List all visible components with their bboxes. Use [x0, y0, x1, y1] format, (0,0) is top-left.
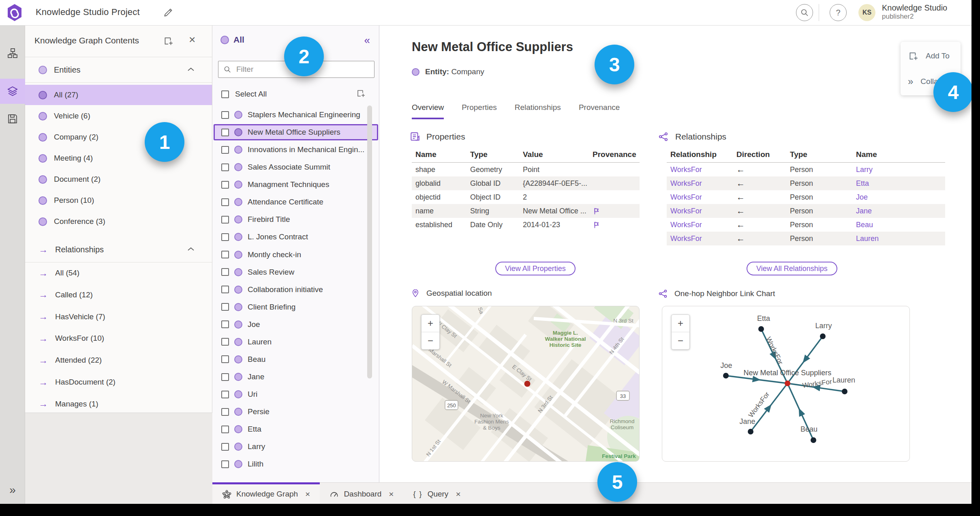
item-checkbox[interactable]	[221, 408, 229, 416]
list-item[interactable]: Uri	[214, 386, 378, 402]
entities-section-header[interactable]: Entities	[25, 58, 212, 83]
tab-properties[interactable]: Properties	[462, 103, 497, 119]
item-checkbox[interactable]	[221, 443, 229, 451]
list-item[interactable]: Beau	[214, 351, 378, 368]
list-item[interactable]: Joe	[214, 316, 378, 333]
map-point-marker[interactable]	[524, 381, 531, 387]
relationship-link[interactable]: WorksFor	[667, 207, 733, 215]
tab-relationships[interactable]: Relationships	[515, 103, 561, 119]
data-model-rail-button[interactable]	[0, 41, 25, 66]
list-item[interactable]: L. Jones Contract	[214, 229, 378, 245]
sidebar-item-all[interactable]: →All (54)	[25, 263, 212, 283]
list-item[interactable]: Montly check-in	[214, 247, 378, 263]
relationship-link[interactable]: WorksFor	[667, 166, 733, 174]
chart-node[interactable]	[748, 429, 753, 434]
sidebar-item-conference[interactable]: Conference (3)	[25, 211, 212, 232]
edit-title-icon[interactable]	[163, 7, 173, 18]
list-item[interactable]: Staplers Mechanical Engineering	[214, 107, 378, 123]
user-info[interactable]: Knowledge Studio publisher2	[882, 3, 947, 21]
item-checkbox[interactable]	[221, 163, 229, 171]
app-logo-icon[interactable]	[6, 4, 23, 22]
expand-rail-button[interactable]: »	[0, 484, 25, 497]
sidebar-item-hasdocument[interactable]: →HasDocument (2)	[25, 372, 212, 392]
list-scrollbar[interactable]	[367, 105, 372, 378]
tab-overview[interactable]: Overview	[412, 103, 444, 119]
close-panel-icon[interactable]: ×	[189, 33, 195, 46]
related-entity-link[interactable]: Jane	[852, 207, 945, 215]
item-checkbox[interactable]	[221, 373, 229, 381]
item-checkbox[interactable]	[221, 338, 229, 346]
sidebar-item-worksfor[interactable]: →WorksFor (10)	[25, 328, 212, 348]
link-chart[interactable]: EttaLarryJoeLaurenJaneBeauNew Metal Offi…	[662, 306, 910, 462]
related-entity-link[interactable]: Etta	[852, 179, 945, 188]
chart-center-node[interactable]	[785, 381, 790, 386]
bottom-tab-dashboard[interactable]: Dashboard×	[320, 482, 403, 504]
map-zoom-control[interactable]: + −	[421, 314, 440, 350]
select-all-row[interactable]: Select All	[221, 86, 371, 102]
list-item[interactable]: Etta	[214, 421, 378, 437]
item-checkbox[interactable]	[221, 426, 229, 433]
zoom-in-button[interactable]: +	[672, 315, 689, 332]
chart-node[interactable]	[723, 373, 729, 378]
list-item[interactable]: Attendance Certificate	[214, 194, 378, 210]
link-chart-canvas[interactable]: EttaLarryJoeLaurenJaneBeauNew Metal Offi…	[662, 306, 910, 462]
list-item[interactable]: Innovations in Mechanical Engin...	[214, 142, 378, 158]
list-item[interactable]: New Metal Office Suppliers	[214, 124, 378, 140]
bottom-tab-knowledge-graph[interactable]: Knowledge Graph×	[212, 482, 320, 504]
zoom-in-button[interactable]: +	[422, 315, 439, 332]
view-all-properties-button[interactable]: View All Properties	[495, 262, 576, 275]
item-checkbox[interactable]	[221, 251, 229, 258]
add-to-map-button[interactable]	[356, 88, 366, 98]
add-to-map-button[interactable]	[163, 36, 173, 46]
sidebar-item-manages[interactable]: →Manages (1)	[25, 394, 212, 414]
provenance-flag-icon[interactable]	[593, 221, 601, 229]
relationship-link[interactable]: WorksFor	[667, 179, 733, 188]
search-button[interactable]	[796, 4, 813, 21]
provenance-flag-icon[interactable]	[593, 207, 601, 215]
chevron-up-icon[interactable]	[187, 67, 195, 72]
item-checkbox[interactable]	[221, 198, 229, 206]
relationships-section-header[interactable]: → Relationships	[25, 237, 212, 262]
list-item[interactable]: Jane	[214, 369, 378, 385]
select-all-checkbox[interactable]	[221, 90, 229, 98]
relationship-link[interactable]: WorksFor	[667, 221, 733, 229]
chevron-up-icon[interactable]	[187, 246, 195, 252]
list-item[interactable]: Persie	[214, 404, 378, 420]
close-tab-icon[interactable]: ×	[389, 489, 394, 499]
list-item[interactable]: Managment Techniques	[214, 176, 378, 193]
add-to-menu-item[interactable]: Add To	[908, 51, 950, 61]
chart-node[interactable]	[842, 389, 847, 394]
list-item[interactable]: Client Briefing	[214, 299, 378, 315]
related-entity-link[interactable]: Beau	[852, 221, 945, 229]
related-entity-link[interactable]: Lauren	[852, 234, 945, 243]
sidebar-item-called[interactable]: →Called (12)	[25, 285, 212, 305]
geospatial-map[interactable]: W Clay StSaE Clay StMarshall StW Marshal…	[412, 306, 640, 462]
close-tab-icon[interactable]: ×	[456, 489, 460, 499]
related-entity-link[interactable]: Larry	[852, 166, 945, 174]
bottom-tab-query[interactable]: { }Query×	[404, 482, 471, 504]
relationship-link[interactable]: WorksFor	[667, 234, 733, 243]
close-tab-icon[interactable]: ×	[305, 489, 310, 499]
sidebar-item-attended[interactable]: →Attended (22)	[25, 350, 212, 370]
related-entity-link[interactable]: Joe	[852, 193, 945, 202]
map-canvas[interactable]: W Clay StSaE Clay StMarshall StW Marshal…	[412, 306, 640, 462]
chart-node[interactable]	[811, 437, 816, 443]
help-button[interactable]: ?	[830, 4, 847, 21]
sidebar-item-meeting[interactable]: Meeting (4)	[25, 148, 212, 168]
sidebar-item-person[interactable]: Person (10)	[25, 190, 212, 211]
item-checkbox[interactable]	[221, 268, 229, 276]
sidebar-item-all[interactable]: All (27)	[25, 85, 212, 105]
sidebar-item-document[interactable]: Document (2)	[25, 169, 212, 189]
collapse-panel-icon[interactable]: «	[364, 34, 370, 47]
tab-provenance[interactable]: Provenance	[579, 103, 620, 119]
relationship-link[interactable]: WorksFor	[667, 193, 733, 202]
list-item[interactable]: Firebird Title	[214, 211, 378, 228]
item-checkbox[interactable]	[221, 391, 229, 398]
item-checkbox[interactable]	[221, 129, 229, 136]
chart-node[interactable]	[820, 333, 826, 339]
item-checkbox[interactable]	[221, 320, 229, 328]
zoom-out-button[interactable]: −	[672, 332, 689, 349]
item-checkbox[interactable]	[221, 181, 229, 189]
chart-node[interactable]	[758, 326, 764, 332]
avatar[interactable]: KS	[858, 4, 875, 21]
